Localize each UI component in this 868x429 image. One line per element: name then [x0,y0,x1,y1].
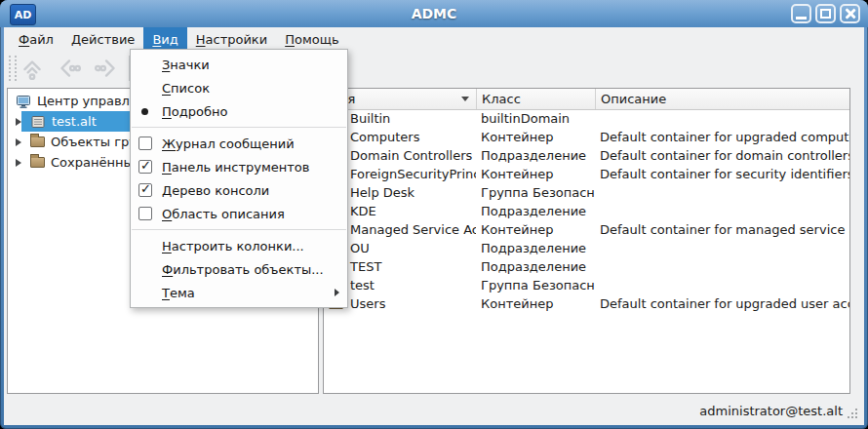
menu-item-label-rest: ильтровать объекты... [173,262,323,277]
menu-help[interactable]: Помощь [276,27,347,51]
checkbox-gutter [138,136,162,150]
menu-item-label: О [162,207,172,221]
go-forward-icon [94,56,119,81]
cell-class: Подразделение [476,241,595,255]
window-controls [791,4,860,23]
menu-item-label-rest: астроить колонки... [172,239,304,254]
cell-description: Default container for upgraded user acco… [595,296,849,311]
column-header-class[interactable]: Класс [476,89,595,109]
folder-icon [30,157,45,168]
cell-description: Default container for upgraded computer … [595,130,849,144]
close-button[interactable] [840,4,860,23]
menu-item-label: П [162,104,172,119]
checkbox-gutter [138,160,162,174]
cell-name: Computers [350,130,419,144]
cell-name: KDE [350,204,376,218]
cell-class: Контейнер [476,296,595,311]
table-row-domain-controllers[interactable]: Domain Controllers Подразделение Default… [324,146,849,165]
maximize-icon [820,9,831,19]
sort-indicator-icon [461,97,469,101]
cell-name: Help Desk [350,185,414,200]
go-forward-button[interactable] [90,54,123,83]
menu-file[interactable]: Файл [10,27,62,51]
column-header-description[interactable]: Описание [595,89,849,109]
cell-class: builtinDomain [476,111,595,126]
menu-item-label: Н [162,239,172,254]
menu-item-label: Ж [162,136,176,151]
cell-class: Подразделение [476,204,595,218]
menu-item-label-rest: писок [171,81,210,96]
checkbox-unchecked-icon [138,207,152,220]
menu-item-label-rest: начки [170,58,209,72]
table-row-managed-service-accounts[interactable]: Managed Service Acc... Контейнер Default… [324,220,849,239]
window-title: ADMC [0,0,868,27]
resize-grip[interactable] [848,409,859,420]
cell-class: Контейнер [476,130,595,144]
menu-item-label: Т [162,286,170,300]
menu-view[interactable]: Вид [143,27,186,51]
table-row-test-lower[interactable]: test Группа Безопасн... [324,276,849,294]
menu-item-label-rest: ерево консоли [172,183,269,198]
menu-item-message-log[interactable]: Журнал сообщений [131,132,347,155]
table-row-foreign-security-principals[interactable]: ForeignSecurityPrinci... Контейнер Defau… [324,165,849,183]
go-back-button[interactable] [53,54,86,83]
view-menu-popup: Значки Список Подробно Журнал сообщений … [130,49,348,308]
menu-item-label-rest: анель инструментов [172,160,310,175]
menu-item-label-rest: одробно [172,104,228,119]
computer-icon [16,94,31,109]
cell-class: Подразделение [476,259,595,274]
menu-settings-label: Н [196,32,206,47]
go-up-button[interactable] [16,54,49,83]
menu-action-label-rest: ействие [81,32,135,47]
menu-item-label-rest: бласть описания [172,207,285,221]
admc-window: AD ADMC Файл Действие Вид Настройки Помо… [0,0,868,429]
go-back-icon [57,56,82,81]
menu-settings[interactable]: Настройки [187,27,276,51]
cell-name: Users [350,296,385,311]
menu-item-description-bar-toggle[interactable]: Область описания [131,202,347,225]
menu-item-label: С [162,81,171,96]
cell-class: Группа Безопасн... [476,185,595,200]
menu-item-icons-view[interactable]: Значки [131,53,347,76]
menu-item-label-rest: урнал сообщений [176,136,295,151]
menu-action[interactable]: Действие [62,27,143,51]
menu-item-detail-view[interactable]: Подробно [131,99,347,123]
menu-item-label: П [162,160,172,175]
cell-name: test [350,278,375,292]
table-header: Имя Класс Описание [324,89,849,110]
table-row-users[interactable]: Users Контейнер Default container for up… [324,294,849,313]
cell-name: TEST [350,259,381,274]
menu-item-label: Д [162,183,172,198]
table-row-ou[interactable]: OU Подразделение [324,239,849,257]
column-header-description-label: Описание [601,92,666,106]
cell-name: Domain Controllers [350,148,472,163]
cell-description: Default container for managed service ac… [595,222,849,237]
cell-name: Managed Service Acc... [350,222,476,237]
menu-item-theme[interactable]: Тема [131,281,347,304]
table-row-kde[interactable]: KDE Подразделение [324,202,849,220]
cell-class: Группа Безопасн... [476,278,595,292]
checkbox-gutter [138,207,162,220]
menu-item-list-view[interactable]: Список [131,76,347,99]
cell-class: Подразделение [476,148,595,163]
table-row-builtin[interactable]: Builtin builtinDomain [324,109,849,128]
menu-item-customize-columns[interactable]: Настроить колонки... [131,234,347,257]
table-row-computers[interactable]: Computers Контейнер Default container fo… [324,128,849,146]
minimize-button[interactable] [791,4,811,23]
checkbox-checked-icon [138,183,152,197]
table-row-test-upper[interactable]: TEST Подразделение [324,257,849,276]
cell-name: ForeignSecurityPrinci... [350,167,476,181]
menu-item-filter-objects[interactable]: Фильтровать объекты... [131,257,347,281]
checkbox-gutter [138,183,162,197]
table-row-help-desk[interactable]: Help Desk Группа Безопасн... [324,183,849,202]
menu-item-toolbar-toggle[interactable]: Панель инструментов [131,155,347,178]
folder-icon [30,136,45,147]
menu-item-console-tree-toggle[interactable]: Дерево консоли [131,178,347,202]
cell-class: Контейнер [476,222,595,237]
go-up-icon [20,56,45,81]
checkbox-unchecked-icon [138,136,152,150]
titlebar[interactable]: AD ADMC [0,0,868,27]
maximize-button[interactable] [815,4,836,23]
checkbox-checked-icon [138,160,152,174]
sidebar-item-label: Сохранённые [51,155,141,170]
